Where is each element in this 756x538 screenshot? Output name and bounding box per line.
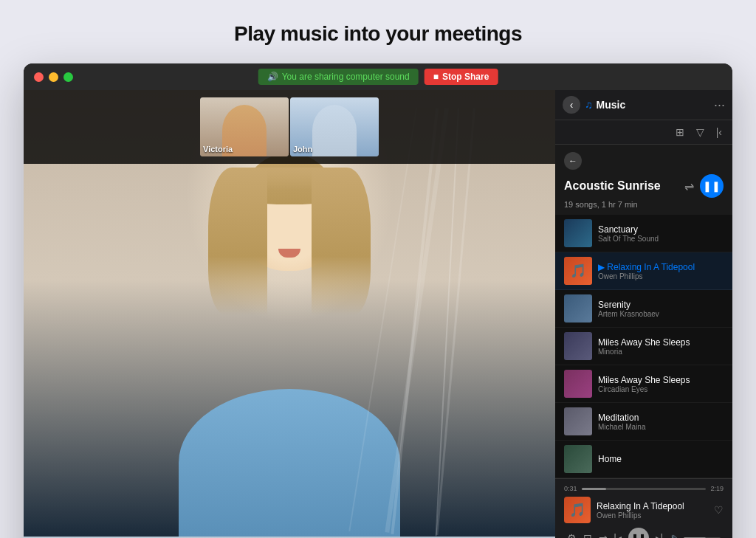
song-item-3[interactable]: Miles Away She SleepsMinoria [555, 328, 732, 365]
song-name-1: ▶ Relaxing In A Tidepool [598, 262, 724, 272]
song-artist-0: Salt Of The Sound [598, 235, 724, 243]
music-grid-view-button[interactable]: ⊞ [673, 125, 687, 139]
song-list[interactable]: SanctuarySalt Of The Sound🎵▶ Relaxing In… [555, 215, 732, 478]
song-info-5: MeditationMichael Maina [598, 413, 724, 431]
music-filter-button[interactable]: ▽ [693, 125, 707, 139]
song-info-0: SanctuarySalt Of The Sound [598, 224, 724, 243]
song-artist-4: Circadian Eyes [598, 385, 724, 393]
song-art-5 [564, 407, 592, 435]
progress-fill [582, 488, 607, 490]
time-current: 0:31 [564, 485, 577, 492]
speaker-icon: 🔊 [267, 72, 278, 82]
page-title: Play music into your meetings [234, 22, 522, 46]
song-name-4: Miles Away She Sleeps [598, 375, 724, 385]
play-pause-control-button[interactable]: ❚❚ [628, 528, 649, 538]
fullscreen-button[interactable] [63, 72, 73, 82]
traffic-lights [34, 72, 73, 82]
song-name-3: Miles Away She Sleeps [598, 337, 724, 348]
time-total: 2:19 [710, 485, 724, 492]
app-window: 🔊 You are sharing computer sound ■ Stop … [24, 63, 732, 538]
music-note-icon: ♫ [585, 99, 593, 111]
john-label: John [293, 145, 312, 154]
share-banner: 🔊 You are sharing computer sound ■ Stop … [258, 69, 498, 85]
playlist-header: ← Acoustic Sunrise ⇌ ❚❚ 19 songs, 1 hr 7… [555, 145, 732, 215]
next-button[interactable]: ▸| [656, 532, 664, 538]
now-playing-text: Relaxing In A Tidepool Owen Phillips [597, 501, 708, 520]
shuffle-control-button[interactable]: ⇌ [599, 532, 608, 538]
stop-share-button[interactable]: ■ Stop Share [425, 69, 498, 85]
main-content: Victoria John ⊞ View ✓ [24, 90, 732, 538]
song-art-0 [564, 219, 592, 247]
song-artist-1: Owen Phillips [598, 272, 724, 280]
minimize-button[interactable] [49, 72, 58, 82]
now-playing-artist: Owen Phillips [597, 511, 708, 520]
song-item-2[interactable]: SerenityArtem Krasnobaev [555, 290, 732, 328]
participant-thumbnails: Victoria John [200, 97, 379, 156]
song-item-5[interactable]: MeditationMichael Maina [555, 403, 732, 441]
song-artist-5: Michael Maina [598, 423, 724, 431]
now-playing-name: Relaxing In A Tidepool [597, 501, 708, 511]
music-panel-header: ‹ ♫ Music ··· [555, 90, 732, 120]
airplay-button[interactable]: ⊡ [583, 532, 592, 538]
song-name-2: Serenity [598, 300, 724, 310]
participant-john-thumb[interactable]: John [290, 97, 379, 156]
music-sort-button[interactable]: |‹ [713, 125, 725, 139]
favorite-button[interactable]: ♡ [714, 504, 724, 516]
song-item-4[interactable]: Miles Away She SleepsCircadian Eyes [555, 365, 732, 403]
music-toolbar: ⊞ ▽ |‹ [555, 120, 732, 145]
song-artist-2: Artem Krasnobaev [598, 310, 724, 318]
song-item-1[interactable]: 🎵▶ Relaxing In A TidepoolOwen Phillips [555, 252, 732, 290]
share-text-indicator: 🔊 You are sharing computer sound [258, 69, 419, 85]
john-figure [312, 105, 357, 156]
song-info-1: ▶ Relaxing In A TidepoolOwen Phillips [598, 262, 724, 280]
song-name-5: Meditation [598, 413, 724, 423]
close-button[interactable] [34, 72, 44, 82]
person-video-display [24, 108, 555, 537]
music-more-button[interactable]: ··· [714, 97, 725, 113]
video-area: Victoria John ⊞ View ✓ [24, 90, 555, 538]
previous-button[interactable]: |◂ [614, 532, 622, 538]
music-back-button[interactable]: ‹ [563, 96, 580, 114]
now-playing-bar: 0:31 2:19 🎵 Relaxing In A Tidepool Owen … [555, 478, 732, 538]
song-item-0[interactable]: SanctuarySalt Of The Sound [555, 215, 732, 252]
volume-control: 🔈 [670, 533, 721, 538]
music-header-left: ‹ ♫ Music [563, 96, 625, 114]
playlist-controls: ⇌ ❚❚ [684, 174, 724, 198]
thumbnail-strip: Victoria John [24, 90, 555, 164]
shuffle-button[interactable]: ⇌ [684, 179, 694, 193]
song-art-2 [564, 294, 592, 323]
participant-victoria-thumb[interactable]: Victoria [200, 97, 289, 156]
song-info-4: Miles Away She SleepsCircadian Eyes [598, 375, 724, 393]
song-name-0: Sanctuary [598, 224, 724, 235]
victoria-label: Victoria [203, 145, 233, 154]
playlist-title-row: Acoustic Sunrise ⇌ ❚❚ [564, 174, 724, 198]
music-panel-title: ♫ Music [585, 99, 625, 111]
song-art-1: 🎵 [564, 257, 592, 285]
now-playing-art: 🎵 [564, 497, 591, 523]
now-playing-info: 🎵 Relaxing In A Tidepool Owen Phillips ♡ [564, 497, 724, 523]
playback-controls: ⚙ ⊡ ⇌ |◂ ❚❚ ▸| 🔈 [564, 528, 724, 538]
song-art-3 [564, 332, 592, 360]
song-info-3: Miles Away She SleepsMinoria [598, 337, 724, 356]
music-panel: ‹ ♫ Music ··· ⊞ ▽ |‹ ← Acoustic Sunrise [555, 90, 732, 538]
playlist-back-button[interactable]: ← [564, 152, 582, 170]
song-art-6 [564, 445, 592, 473]
progress-row: 0:31 2:19 [564, 485, 724, 492]
song-item-6[interactable]: Home [555, 441, 732, 478]
title-bar: 🔊 You are sharing computer sound ■ Stop … [24, 63, 732, 90]
volume-icon: 🔈 [670, 533, 681, 538]
playlist-title: Acoustic Sunrise [564, 179, 661, 193]
song-info-2: SerenityArtem Krasnobaev [598, 300, 724, 318]
playlist-play-pause-button[interactable]: ❚❚ [700, 174, 724, 198]
settings-button[interactable]: ⚙ [567, 532, 577, 538]
playing-icon-1: ▶ [598, 262, 607, 272]
song-name-6: Home [598, 454, 724, 464]
song-artist-3: Minoria [598, 348, 724, 356]
share-text-label: You are sharing computer sound [282, 72, 410, 82]
song-info-6: Home [598, 454, 724, 464]
song-art-4 [564, 370, 592, 398]
progress-bar[interactable] [582, 488, 707, 490]
playlist-meta: 19 songs, 1 hr 7 min [564, 200, 724, 209]
stop-icon: ■ [433, 72, 439, 82]
